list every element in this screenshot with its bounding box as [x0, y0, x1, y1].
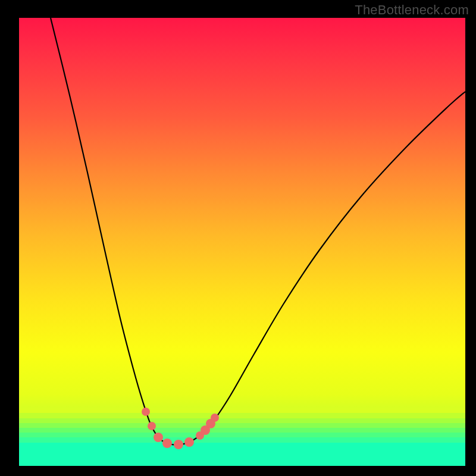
outer-frame: TheBottleneck.com [0, 0, 476, 476]
data-marker [211, 414, 219, 422]
data-marker [162, 439, 172, 448]
curve-svg [19, 18, 465, 466]
watermark-text: TheBottleneck.com [355, 2, 469, 18]
data-marker [184, 437, 194, 447]
data-marker [174, 440, 183, 449]
data-marker [148, 422, 156, 430]
data-marker [154, 433, 163, 442]
bottleneck-curve [51, 18, 465, 445]
plot-area [19, 18, 465, 466]
data-marker [142, 408, 150, 416]
